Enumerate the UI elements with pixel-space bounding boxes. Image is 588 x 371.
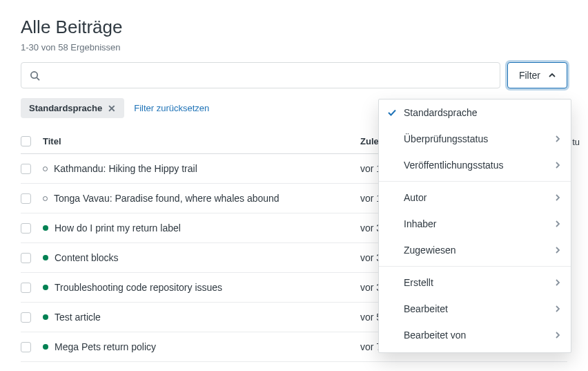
row-checkbox[interactable] xyxy=(21,223,31,234)
row-title-cell: Kathmandu: Hiking the Hippy trail xyxy=(43,163,360,174)
status-dot-icon xyxy=(43,196,48,201)
chevron-right-icon xyxy=(554,194,561,201)
row-checkbox-cell xyxy=(21,312,43,323)
row-title[interactable]: Test article xyxy=(55,312,101,323)
chevron-right-icon xyxy=(554,220,561,227)
filter-button[interactable]: Filter xyxy=(507,62,567,88)
chevron-right-icon xyxy=(554,162,561,169)
chevron-right-icon xyxy=(554,279,561,286)
chevron-right-icon xyxy=(554,305,561,312)
status-dot-icon xyxy=(43,285,48,290)
filter-option-label: Überprüfungsstatus xyxy=(404,133,488,144)
search-filter-row: Filter xyxy=(21,62,567,88)
close-icon[interactable]: ✕ xyxy=(108,104,116,113)
page-title: Alle Beiträge xyxy=(21,17,567,38)
row-checkbox[interactable] xyxy=(21,193,31,204)
filter-option-label: Bearbeitet xyxy=(404,303,448,314)
row-checkbox-cell xyxy=(21,342,43,352)
chevron-right-icon xyxy=(554,247,561,254)
search-input[interactable] xyxy=(46,70,491,81)
row-checkbox-cell xyxy=(21,164,43,174)
row-checkbox[interactable] xyxy=(21,164,31,174)
row-title-cell: Mega Pets return policy xyxy=(43,341,360,352)
filter-option-label: Standardsprache xyxy=(404,107,478,118)
filter-option-label: Autor xyxy=(404,192,427,203)
filter-option[interactable]: Erstellt xyxy=(379,269,571,296)
filter-button-label: Filter xyxy=(519,70,540,81)
chip-label: Standardsprache xyxy=(29,103,102,113)
row-checkbox[interactable] xyxy=(21,283,31,293)
results-count: 1-30 von 58 Ergebnissen xyxy=(21,42,567,53)
row-title-cell: Tonga Vavau: Paradise found, where whale… xyxy=(43,193,360,204)
filter-option[interactable]: Bearbeitet xyxy=(379,296,571,322)
search-icon xyxy=(30,70,40,81)
row-title[interactable]: Mega Pets return policy xyxy=(55,341,156,352)
row-checkbox[interactable] xyxy=(21,253,31,263)
filter-option-label: Erstellt xyxy=(404,277,433,288)
row-title[interactable]: Kathmandu: Hiking the Hippy trail xyxy=(54,163,197,174)
chevron-up-icon xyxy=(549,72,556,79)
filter-option-label: Veröffentlichungsstatus xyxy=(404,160,504,171)
reset-filter-link[interactable]: Filter zurücksetzen xyxy=(134,103,209,113)
row-title-cell: Content blocks xyxy=(43,252,360,263)
filter-option[interactable]: Inhaber xyxy=(379,211,571,237)
select-all-checkbox[interactable] xyxy=(21,136,31,146)
status-dot-icon xyxy=(43,344,48,350)
row-checkbox-cell xyxy=(21,223,43,234)
status-dot-icon xyxy=(43,255,48,260)
filter-option[interactable]: Überprüfungsstatus xyxy=(379,126,571,152)
row-title-cell: How do I print my return label xyxy=(43,222,360,234)
row-title[interactable]: How do I print my return label xyxy=(55,222,181,234)
status-dot-icon xyxy=(43,225,48,231)
row-checkbox[interactable] xyxy=(21,342,31,352)
filter-dropdown[interactable]: StandardspracheÜberprüfungsstatusVeröffe… xyxy=(378,99,571,353)
status-dot-icon xyxy=(43,314,48,320)
row-title-cell: Troubleshooting code repository issues xyxy=(43,282,360,293)
row-title-cell: Test article xyxy=(43,312,360,323)
filter-chip-standardsprache[interactable]: Standardsprache ✕ xyxy=(21,98,124,118)
filter-option[interactable]: Standardsprache xyxy=(379,99,571,126)
filter-option-label: Zugewiesen xyxy=(404,245,456,256)
filter-option[interactable]: Autor xyxy=(379,184,571,211)
filter-option-label: Bearbeitet von xyxy=(404,330,466,341)
filter-option-label: Inhaber xyxy=(404,218,436,229)
row-title[interactable]: Content blocks xyxy=(55,252,119,263)
row-checkbox-cell xyxy=(21,283,43,293)
check-icon xyxy=(387,108,397,117)
status-dot-icon xyxy=(43,167,48,171)
svg-point-0 xyxy=(31,71,37,77)
chevron-right-icon xyxy=(554,332,561,339)
filter-option[interactable]: Zugewiesen xyxy=(379,237,571,263)
filter-option[interactable]: Bearbeitet von xyxy=(379,322,571,348)
dropdown-separator xyxy=(379,266,571,267)
dropdown-separator xyxy=(379,181,571,182)
filter-option[interactable]: Veröffentlichungsstatus xyxy=(379,152,571,178)
svg-line-1 xyxy=(37,77,39,80)
row-title[interactable]: Troubleshooting code repository issues xyxy=(55,282,222,293)
chevron-right-icon xyxy=(554,135,561,142)
header-checkbox-cell xyxy=(21,136,43,146)
row-checkbox[interactable] xyxy=(21,312,31,323)
header-status-truncated: tu xyxy=(572,137,580,147)
row-checkbox-cell xyxy=(21,193,43,204)
row-checkbox-cell xyxy=(21,253,43,263)
header-title[interactable]: Titel xyxy=(43,136,360,146)
row-title[interactable]: Tonga Vavau: Paradise found, where whale… xyxy=(54,193,280,204)
search-box[interactable] xyxy=(21,62,500,88)
